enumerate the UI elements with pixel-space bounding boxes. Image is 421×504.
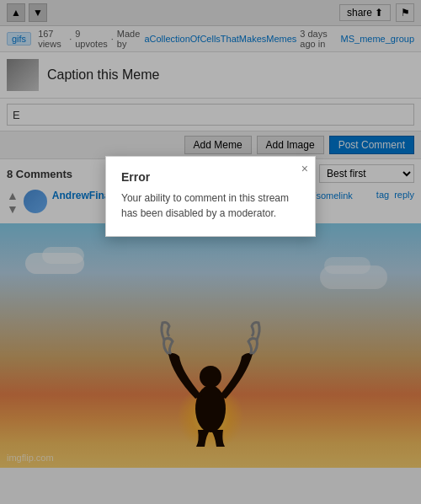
error-modal: Error × Your ability to comment in this …	[105, 156, 316, 237]
modal-overlay: Error × Your ability to comment in this …	[0, 0, 421, 504]
modal-close-button[interactable]: ×	[301, 162, 308, 175]
modal-message: Your ability to comment in this stream h…	[121, 190, 300, 221]
modal-title: Error	[121, 170, 300, 184]
